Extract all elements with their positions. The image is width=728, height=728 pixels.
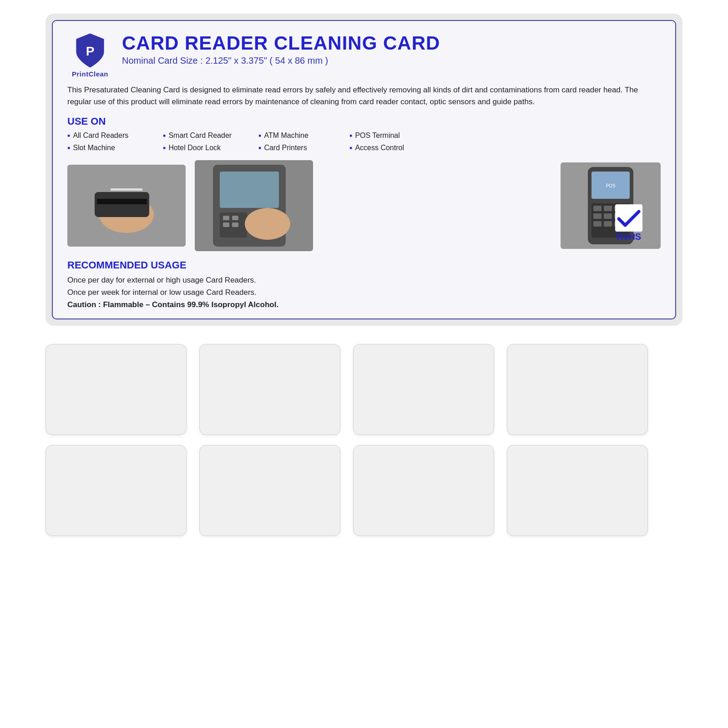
cleaning-card <box>353 344 494 435</box>
cards-section <box>46 344 682 536</box>
use-on-item: ▪Card Printers <box>258 143 349 153</box>
cleaning-card <box>46 445 187 536</box>
rohs-area: RoHS <box>615 204 642 242</box>
bullet-icon: ▪ <box>163 143 166 153</box>
rohs-checkmark <box>615 204 642 232</box>
bullet-icon: ▪ <box>349 143 352 153</box>
caution-text: Caution : Flammable – Contains 99.9% Iso… <box>67 300 661 309</box>
card-size-subtitle: Nominal Card Size : 2.125" x 3.375" ( 54… <box>122 56 661 66</box>
cleaning-card <box>507 445 648 536</box>
svg-point-14 <box>245 208 290 240</box>
logo-area: P PrintClean <box>67 33 113 78</box>
svg-rect-3 <box>95 192 149 217</box>
product-title: CARD READER CLEANING CARD <box>122 33 661 54</box>
use-on-item: ▪ATM Machine <box>258 131 349 141</box>
card-reader-image <box>67 165 186 247</box>
pos-svg: POS <box>561 162 661 249</box>
use-on-item: ▪All Card Readers <box>67 131 163 141</box>
svg-rect-8 <box>220 172 279 208</box>
packet-inner: P PrintClean CARD READER CLEANING CARD N… <box>52 20 676 319</box>
product-description: This Presaturated Cleaning Card is desig… <box>67 84 661 108</box>
use-on-item: ▪Hotel Door Lock <box>163 143 258 153</box>
cleaning-card <box>199 445 340 536</box>
product-packet: P PrintClean CARD READER CLEANING CARD N… <box>46 14 682 326</box>
images-row: POS <box>67 160 661 251</box>
svg-rect-5 <box>111 188 142 191</box>
use-on-item: ▪Access Control <box>349 143 440 153</box>
use-on-item: ▪Smart Card Reader <box>163 131 258 141</box>
images-section: POS <box>67 160 661 251</box>
svg-rect-23 <box>593 213 602 219</box>
bullet-icon: ▪ <box>67 131 70 141</box>
bullet-icon: ▪ <box>67 143 70 153</box>
cards-row-2 <box>46 445 682 536</box>
bullet-icon: ▪ <box>258 131 261 141</box>
recommended-line1: Once per day for external or high usage … <box>67 274 661 286</box>
atm-svg <box>195 160 313 251</box>
brand-name: PrintClean <box>72 70 108 78</box>
cleaning-card <box>199 344 340 435</box>
use-on-label: USE ON <box>67 116 661 127</box>
cleaning-card <box>46 344 187 435</box>
pos-terminal-image: POS <box>561 162 661 249</box>
recommended-line2: Once per week for internal or low usage … <box>67 286 661 298</box>
rohs-label: RoHS <box>617 232 641 242</box>
bullet-icon: ▪ <box>349 131 352 141</box>
cleaning-card <box>507 344 648 435</box>
cards-row-1 <box>46 344 682 435</box>
use-on-item: ▪POS Terminal <box>349 131 440 141</box>
use-on-item: ▪Slot Machine <box>67 143 163 153</box>
cleaning-card <box>353 445 494 536</box>
card-reader-svg <box>67 165 186 247</box>
use-on-grid: ▪All Card Readers ▪Smart Card Reader ▪AT… <box>67 131 661 153</box>
title-area: CARD READER CLEANING CARD Nominal Card S… <box>122 33 661 66</box>
svg-text:POS: POS <box>606 183 615 188</box>
header-row: P PrintClean CARD READER CLEANING CARD N… <box>67 33 661 78</box>
svg-text:P: P <box>86 44 95 58</box>
atm-image <box>195 160 313 251</box>
svg-rect-4 <box>97 199 147 204</box>
bullet-icon: ▪ <box>163 131 166 141</box>
svg-rect-26 <box>593 221 602 227</box>
printclean-logo: P <box>74 33 106 68</box>
svg-rect-12 <box>223 222 229 227</box>
svg-rect-13 <box>232 222 238 227</box>
svg-rect-27 <box>604 221 612 227</box>
recommended-label: RECOMMENDED USAGE <box>67 259 661 271</box>
bullet-icon: ▪ <box>258 143 261 153</box>
svg-rect-10 <box>223 216 229 220</box>
svg-rect-24 <box>604 213 612 219</box>
svg-rect-11 <box>232 216 238 220</box>
svg-rect-21 <box>604 206 612 211</box>
svg-rect-20 <box>593 206 602 211</box>
